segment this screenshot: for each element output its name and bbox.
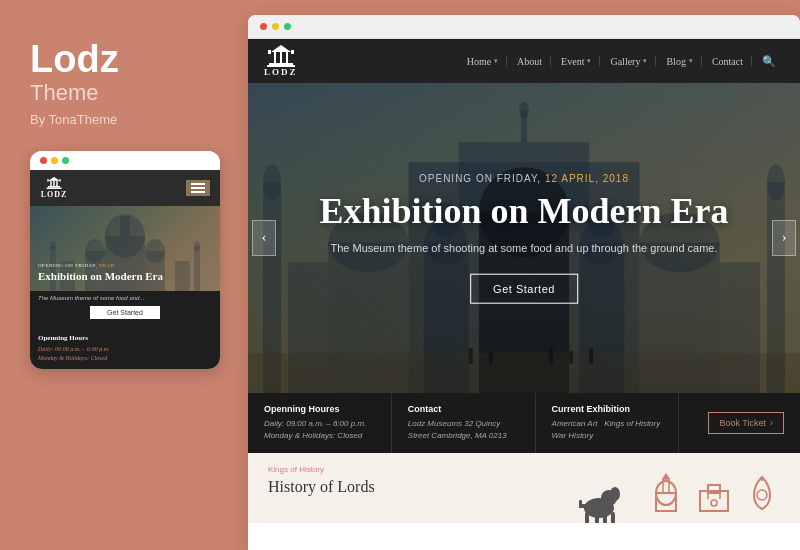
svg-rect-3 xyxy=(50,181,52,186)
event-chevron-icon: ▾ xyxy=(587,57,591,65)
info-exhibition-title: Current Exhibition xyxy=(552,404,663,414)
svg-point-64 xyxy=(610,487,620,501)
dot-yellow xyxy=(51,157,58,164)
mobile-opening-label: OPENING ON FRIDAY, YEAR xyxy=(38,263,212,268)
brand-by: By TonaTheme xyxy=(30,112,117,127)
info-block-ticket: Book Ticket › xyxy=(679,393,800,453)
nav-blog[interactable]: Blog ▾ xyxy=(658,56,701,67)
book-ticket-arrow-icon: › xyxy=(770,418,773,428)
bottom-icon-3 xyxy=(744,475,780,511)
info-hours-title: Openning Houres xyxy=(264,404,375,414)
mobile-info-title: Openning Hours xyxy=(38,334,212,342)
info-contact-text1: Lodz Museums 32 Quincy xyxy=(408,418,519,430)
svg-rect-1 xyxy=(47,188,62,190)
bottom-kings-label: Kings of History xyxy=(268,465,548,474)
bottom-icon-area xyxy=(648,465,780,511)
svg-marker-26 xyxy=(271,45,291,52)
svg-rect-28 xyxy=(291,50,294,54)
hero-next-arrow[interactable]: › xyxy=(772,220,796,256)
nav-home[interactable]: Home ▾ xyxy=(459,56,507,67)
svg-rect-66 xyxy=(579,500,582,508)
svg-point-75 xyxy=(711,500,717,506)
hero-description: The Museum theme of shooting at some foo… xyxy=(303,241,745,253)
svg-rect-6 xyxy=(47,179,49,181)
svg-rect-25 xyxy=(286,52,288,63)
desktop-hero-content: OPENING ON FRIDAY, 12 APRIL, 2018 Exhibi… xyxy=(303,173,745,304)
svg-marker-70 xyxy=(662,473,670,479)
info-block-hours: Openning Houres Daily: 09:00 a.m. – 6:00… xyxy=(248,393,392,453)
svg-rect-61 xyxy=(595,514,599,523)
desktop-logo-text: LODZ xyxy=(264,67,298,77)
mobile-mockup: LODZ xyxy=(30,151,220,369)
nav-event[interactable]: Event ▾ xyxy=(553,56,600,67)
info-block-contact: Contact Lodz Museums 32 Quincy Street Ca… xyxy=(392,393,536,453)
svg-rect-63 xyxy=(611,512,615,523)
svg-rect-2 xyxy=(53,180,55,186)
hero-cta-button[interactable]: Get Started xyxy=(470,273,578,303)
bottom-animal-figure xyxy=(568,465,628,523)
blog-chevron-icon: ▾ xyxy=(689,57,693,65)
info-exhibition-text2: War History xyxy=(552,430,663,442)
info-exhibition-text1: American Art Kings of History xyxy=(552,418,663,430)
svg-point-76 xyxy=(757,490,767,500)
book-ticket-label: Book Ticket xyxy=(719,418,766,428)
mobile-top-bar xyxy=(30,151,220,170)
browser-dot-yellow xyxy=(272,23,279,30)
mobile-hamburger[interactable] xyxy=(186,180,210,196)
mobile-logo-text: LODZ xyxy=(41,190,68,199)
mobile-info-text1: Daily: 09:00 a.m. – 6:00 p.m. xyxy=(38,345,212,354)
info-bar: Openning Houres Daily: 09:00 a.m. – 6:00… xyxy=(248,393,800,453)
desktop-nav: LODZ Home ▾ About Event ▾ Gallery ▾ Blog… xyxy=(248,39,800,83)
dot-red xyxy=(40,157,47,164)
bottom-icon-1 xyxy=(648,475,684,511)
mobile-info-section: Openning Hours Daily: 09:00 a.m. – 6:00 … xyxy=(30,328,220,369)
browser-mockup: LODZ Home ▾ About Event ▾ Gallery ▾ Blog… xyxy=(248,15,800,550)
mobile-info-text2: Monday & Holidays: Closed xyxy=(38,354,212,363)
brand-subtitle: Theme xyxy=(30,80,98,106)
svg-rect-21 xyxy=(269,63,293,65)
info-contact-text2: Street Cambridge, MA 0213 xyxy=(408,430,519,442)
svg-rect-62 xyxy=(603,514,607,523)
mobile-opening-date: YEAR xyxy=(99,263,115,268)
desktop-logo: LODZ xyxy=(264,45,298,77)
nav-search[interactable]: 🔍 xyxy=(754,55,784,68)
svg-rect-60 xyxy=(585,512,589,523)
bottom-section: Kings of History History of Lords xyxy=(248,453,800,523)
bottom-kings-text: Kings of History History of Lords xyxy=(268,465,548,496)
svg-rect-23 xyxy=(280,51,282,63)
svg-rect-0 xyxy=(48,186,60,188)
bottom-icon-2 xyxy=(696,475,732,511)
hero-prev-arrow[interactable]: ‹ xyxy=(252,220,276,256)
mobile-hero-title: Exhibition on Modern Era xyxy=(38,270,212,283)
left-panel: Lodz Theme By TonaTheme LODZ xyxy=(0,0,248,550)
info-hours-text1: Daily: 09:00 a.m. – 6:00 p.m. xyxy=(264,418,375,430)
hero-main-title: Exhibition on Modern Era xyxy=(303,192,745,232)
gallery-chevron-icon: ▾ xyxy=(643,57,647,65)
svg-rect-24 xyxy=(274,52,276,63)
nav-contact[interactable]: Contact xyxy=(704,56,752,67)
nav-gallery[interactable]: Gallery ▾ xyxy=(602,56,656,67)
svg-rect-4 xyxy=(56,181,58,186)
hero-opening-date: 12 APRIL, 2018 xyxy=(545,173,629,184)
browser-dot-red xyxy=(260,23,267,30)
book-ticket-button[interactable]: Book Ticket › xyxy=(708,412,784,434)
info-hours-text2: Monday & Holidays: Closed xyxy=(264,430,375,442)
browser-top-bar xyxy=(248,15,800,39)
bottom-kings-title: History of Lords xyxy=(268,478,548,496)
svg-rect-27 xyxy=(268,50,271,54)
desktop-hero: OPENING ON FRIDAY, 12 APRIL, 2018 Exhibi… xyxy=(248,83,800,393)
info-block-exhibition: Current Exhibition American Art Kings of… xyxy=(536,393,680,453)
hero-opening-label: OPENING ON FRIDAY, 12 APRIL, 2018 xyxy=(303,173,745,184)
browser-dot-green xyxy=(284,23,291,30)
mobile-logo: LODZ xyxy=(40,177,68,199)
mobile-nav: LODZ xyxy=(30,170,220,206)
home-chevron-icon: ▾ xyxy=(494,57,498,65)
mobile-hero-content: OPENING ON FRIDAY, YEAR Exhibition on Mo… xyxy=(38,263,212,283)
brand-title: Lodz xyxy=(30,40,119,78)
nav-about[interactable]: About xyxy=(509,56,551,67)
mobile-hero: OPENING ON FRIDAY, YEAR Exhibition on Mo… xyxy=(30,206,220,291)
dot-green xyxy=(62,157,69,164)
mobile-cta-button[interactable]: Get Started xyxy=(90,306,160,319)
mobile-hero-desc: The Museum theme of some food and... xyxy=(38,295,212,301)
svg-marker-5 xyxy=(48,177,60,181)
